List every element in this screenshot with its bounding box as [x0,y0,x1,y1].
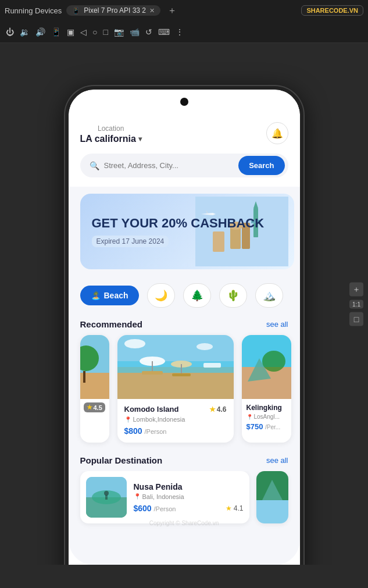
desert-icon: 🌵 [227,289,240,302]
notification-bell-button[interactable]: 🔔 [266,122,288,144]
volume-down-icon[interactable]: 🔉 [20,27,30,37]
card-image-komodo [117,335,234,399]
kelingking-location: 📍 LosAngl... [246,414,287,420]
partial-card-rating: ★ 4.5 [84,402,105,412]
zoom-in-button[interactable]: ＋ [349,282,363,296]
kelingking-name: Kelingking [246,404,287,412]
nusa-card-name: Nusa Penida [134,482,244,491]
card-title-komodo: Komodo Island ★ 4.6 [124,405,227,414]
more-icon[interactable]: ⋮ [176,27,184,37]
nusa-card-location: 📍 Bali, Indonesia [134,493,244,500]
power-icon[interactable]: ⏻ [6,27,14,37]
search-section: 🔍 Search [69,154,300,187]
front-camera [180,98,188,106]
popular-card-nusa[interactable]: Nusa Penida 📍 Bali, Indonesia $600 /Pers… [80,471,249,523]
category-beach[interactable]: 🏝️ Beach [80,286,139,305]
volume-up-icon[interactable]: 🔊 [35,27,45,37]
beach-label: Beach [104,291,128,300]
home-icon[interactable]: ○ [92,27,97,37]
location-label: Location [80,124,142,133]
phone-frame: Location LA california ▾ 🔔 🔍 [65,86,303,565]
recommended-header: Recommended see all [69,315,300,335]
recents-icon[interactable]: □ [103,27,108,37]
popular-header: Popular Destination see all [69,451,300,471]
category-forest[interactable]: 🌲 [183,283,211,308]
toolbar: ⏻ 🔉 🔊 📱 ▣ ◁ ○ □ 📷 📹 ↺ ⌨ ⋮ [0,21,368,43]
star-icon: ★ [209,405,216,414]
device-frame-icon[interactable]: ▣ [67,27,74,37]
popular-cards-row: Nusa Penida 📍 Bali, Indonesia $600 /Pers… [69,471,300,533]
svg-rect-18 [181,364,182,373]
popular-see-all[interactable]: see all [266,456,288,465]
banner-title: GET YOUR 20% CASHBACK [92,216,283,231]
popular-section: Popular Destination see all [69,451,300,533]
banner-subtitle: Expired 17 June 2024 [92,236,169,247]
chevron-down-icon: ▾ [138,135,142,143]
svg-rect-20 [172,373,191,376]
tab-close-icon[interactable]: ✕ [149,7,155,15]
video-icon[interactable]: 📹 [130,27,140,37]
svg-rect-34 [256,500,288,523]
star-icon: ★ [226,504,232,512]
recommended-card-komodo[interactable]: Komodo Island ★ 4.6 📍 Lombok,Indonesia [117,335,234,443]
svg-rect-32 [105,495,108,500]
keyboard-icon[interactable]: ⌨ [158,27,170,37]
kelingking-body: Kelingking 📍 LosAngl... $750 /Per... [242,399,291,437]
category-desert[interactable]: 🌵 [219,283,247,308]
card-price-komodo: $800 /Person [124,426,227,436]
app-content: Location LA california ▾ 🔔 🔍 [69,114,300,565]
night-icon: 🌙 [155,289,167,302]
recommended-see-all[interactable]: see all [266,320,288,329]
category-mountain[interactable]: 🏔️ [255,283,283,308]
search-icon: 🔍 [90,161,99,170]
star-icon: ★ [87,404,92,411]
search-input[interactable] [104,154,234,177]
cashback-banner[interactable]: GET YOUR 20% CASHBACK Expired 17 June 20… [80,194,294,269]
recommended-card-kelingking[interactable]: Kelingking 📍 LosAngl... $750 /Per... [242,335,291,443]
phone-top [69,90,300,114]
bottom-spacer [69,533,300,537]
svg-point-31 [104,491,109,496]
search-button[interactable]: Search [238,156,284,175]
banner-section: GET YOUR 20% CASHBACK Expired 17 June 20… [69,187,300,276]
rotate-icon[interactable]: ↺ [145,27,152,37]
svg-point-22 [124,339,145,348]
card-location-komodo: 📍 Lombok,Indonesia [124,416,227,423]
top-bar: Running Devices 📱 Pixel 7 Pro API 33 2 ✕… [0,0,368,21]
nusa-price-row: $600 /Person ★ 4.1 [134,504,244,513]
app-header: Location LA california ▾ 🔔 [69,114,300,154]
pin-icon: 📍 [246,414,253,420]
card-body-komodo: Komodo Island ★ 4.6 📍 Lombok,Indonesia [117,399,234,443]
location-value[interactable]: LA california ▾ [80,134,142,144]
categories-section: 🏝️ Beach 🌙 🌲 🌵 🏔️ [69,276,300,315]
svg-rect-21 [203,363,221,368]
svg-rect-11 [83,371,85,383]
bell-icon: 🔔 [271,128,283,139]
sharecode-logo: SHARECODE.VN [301,5,363,16]
beach-icon: 🏝️ [91,291,101,300]
card-rating-komodo: ★ 4.6 [209,405,227,414]
app-title: Running Devices [5,6,62,15]
nusa-rating: ★ 4.1 [226,504,244,512]
banner-text: GET YOUR 20% CASHBACK Expired 17 June 20… [92,216,283,247]
category-night[interactable]: 🌙 [147,283,175,308]
popular-title: Popular Destination [80,455,163,465]
recommended-cards-row: ★ 4.5 [69,335,300,443]
recommended-card-partial-left[interactable]: ★ 4.5 [80,335,109,443]
zoom-out-button[interactable]: □ [349,312,363,326]
tab-pill[interactable]: 📱 Pixel 7 Pro API 33 2 ✕ [66,5,160,16]
tab-add-icon[interactable]: ＋ [167,5,177,17]
location-section[interactable]: Location LA california ▾ [80,124,142,144]
phone-icon[interactable]: 📱 [51,27,61,37]
camera-icon[interactable]: 📷 [114,27,124,37]
tab-label: Pixel 7 Pro API 33 2 [84,6,146,15]
forest-icon: 🌲 [191,289,203,302]
zoom-controls: ＋ 1:1 □ [349,282,363,326]
svg-rect-19 [142,371,163,375]
mountain-icon: 🏔️ [263,289,276,302]
svg-point-23 [196,343,213,350]
popular-card-partial[interactable] [256,471,288,523]
svg-point-27 [262,351,285,372]
recommended-title: Recommended [80,319,143,329]
back-icon[interactable]: ◁ [80,27,87,37]
